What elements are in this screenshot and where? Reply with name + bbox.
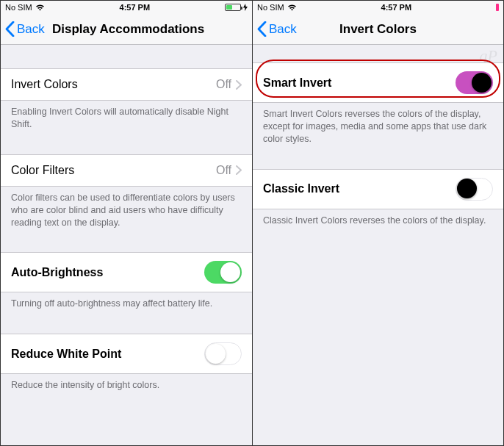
battery-icon	[225, 4, 241, 11]
back-label: Back	[17, 22, 45, 37]
settings-list: Invert Colors Off Enabling Invert Colors…	[1, 45, 252, 445]
chevron-left-icon	[5, 21, 15, 37]
row-label: Invert Colors	[11, 78, 78, 91]
back-button[interactable]: Back	[5, 21, 45, 37]
row-reduce-white-point[interactable]: Reduce White Point	[1, 334, 252, 374]
chevron-right-icon	[236, 80, 242, 90]
row-classic-invert[interactable]: Classic Invert	[253, 169, 503, 209]
phone-right: No SIM 4:57 PM Back Invert Colors gP Sma…	[252, 1, 503, 445]
status-bar: No SIM 4:57 PM	[253, 1, 503, 14]
back-button[interactable]: Back	[257, 21, 297, 37]
wifi-icon	[287, 4, 297, 11]
row-footer: Reduce the intensity of bright colors.	[1, 374, 252, 392]
row-value: Off	[216, 164, 231, 177]
row-footer: Color filters can be used to differentia…	[1, 187, 252, 229]
row-value: Off	[216, 78, 231, 91]
nav-bar: Back Display Accommodations	[1, 14, 252, 45]
chevron-right-icon	[236, 165, 242, 175]
charging-icon	[243, 4, 248, 11]
clock-text: 4:57 PM	[381, 3, 412, 12]
toggle-auto-brightness[interactable]	[204, 261, 242, 284]
phone-left: No SIM 4:57 PM Back Display Accommodatio…	[1, 1, 252, 445]
battery-indicator	[496, 4, 499, 11]
clock-text: 4:57 PM	[120, 3, 151, 12]
row-smart-invert[interactable]: Smart Invert	[253, 62, 503, 103]
row-label: Classic Invert	[263, 182, 339, 195]
toggle-smart-invert[interactable]	[456, 71, 493, 94]
toggle-reduce-white-point[interactable]	[204, 342, 242, 365]
carrier-text: No SIM	[5, 3, 32, 12]
row-auto-brightness[interactable]: Auto-Brightness	[1, 252, 252, 292]
toggle-classic-invert[interactable]	[456, 178, 493, 201]
chevron-left-icon	[257, 21, 267, 37]
nav-bar: Back Invert Colors	[253, 14, 503, 45]
back-label: Back	[269, 22, 297, 37]
row-invert-colors[interactable]: Invert Colors Off	[1, 68, 252, 101]
row-label: Color Filters	[11, 164, 74, 177]
row-footer: Turning off auto-brightness may affect b…	[1, 292, 252, 310]
status-bar: No SIM 4:57 PM	[1, 1, 252, 14]
carrier-text: No SIM	[257, 3, 284, 12]
row-color-filters[interactable]: Color Filters Off	[1, 154, 252, 187]
row-label: Auto-Brightness	[11, 266, 103, 279]
row-label: Reduce White Point	[11, 348, 121, 361]
settings-list: Smart Invert Smart Invert Colors reverse…	[253, 45, 503, 445]
row-footer: Enabling Invert Colors will automaticall…	[1, 101, 252, 131]
wifi-icon	[35, 4, 45, 11]
row-footer: Smart Invert Colors reverses the colors …	[253, 103, 503, 145]
row-label: Smart Invert	[263, 76, 331, 90]
row-footer: Classic Invert Colors reverses the color…	[253, 209, 503, 227]
